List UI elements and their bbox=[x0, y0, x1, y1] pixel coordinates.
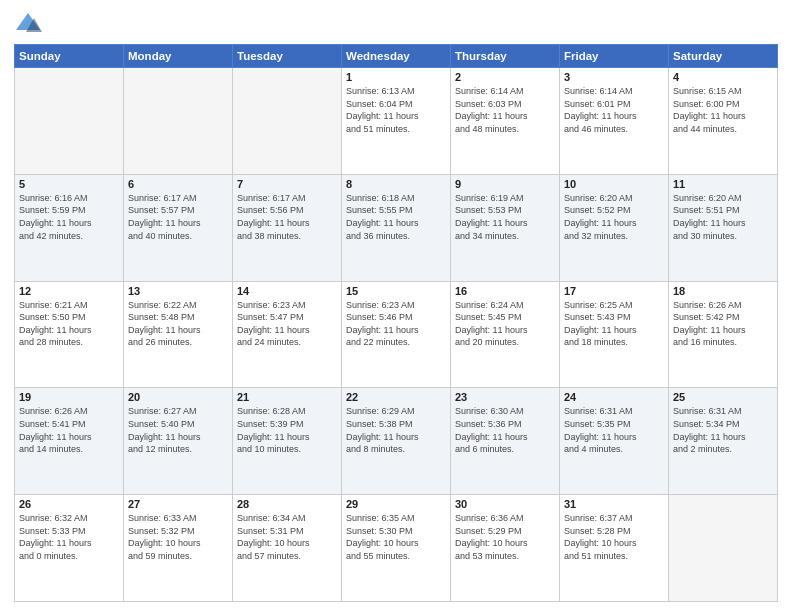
calendar-cell: 25Sunrise: 6:31 AM Sunset: 5:34 PM Dayli… bbox=[669, 388, 778, 495]
day-number: 5 bbox=[19, 178, 119, 190]
logo bbox=[14, 10, 46, 38]
calendar-cell bbox=[15, 68, 124, 175]
header bbox=[14, 10, 778, 38]
day-number: 2 bbox=[455, 71, 555, 83]
page: SundayMondayTuesdayWednesdayThursdayFrid… bbox=[0, 0, 792, 612]
day-number: 29 bbox=[346, 498, 446, 510]
calendar-cell: 4Sunrise: 6:15 AM Sunset: 6:00 PM Daylig… bbox=[669, 68, 778, 175]
calendar-cell: 23Sunrise: 6:30 AM Sunset: 5:36 PM Dayli… bbox=[451, 388, 560, 495]
calendar-cell: 19Sunrise: 6:26 AM Sunset: 5:41 PM Dayli… bbox=[15, 388, 124, 495]
weekday-header-sunday: Sunday bbox=[15, 45, 124, 68]
day-info: Sunrise: 6:13 AM Sunset: 6:04 PM Dayligh… bbox=[346, 85, 446, 135]
calendar-cell: 29Sunrise: 6:35 AM Sunset: 5:30 PM Dayli… bbox=[342, 495, 451, 602]
day-info: Sunrise: 6:17 AM Sunset: 5:56 PM Dayligh… bbox=[237, 192, 337, 242]
day-number: 23 bbox=[455, 391, 555, 403]
day-info: Sunrise: 6:22 AM Sunset: 5:48 PM Dayligh… bbox=[128, 299, 228, 349]
day-number: 13 bbox=[128, 285, 228, 297]
calendar-week-row: 1Sunrise: 6:13 AM Sunset: 6:04 PM Daylig… bbox=[15, 68, 778, 175]
day-info: Sunrise: 6:33 AM Sunset: 5:32 PM Dayligh… bbox=[128, 512, 228, 562]
calendar-cell bbox=[669, 495, 778, 602]
calendar-cell: 28Sunrise: 6:34 AM Sunset: 5:31 PM Dayli… bbox=[233, 495, 342, 602]
calendar-cell: 26Sunrise: 6:32 AM Sunset: 5:33 PM Dayli… bbox=[15, 495, 124, 602]
day-info: Sunrise: 6:15 AM Sunset: 6:00 PM Dayligh… bbox=[673, 85, 773, 135]
day-number: 3 bbox=[564, 71, 664, 83]
day-number: 12 bbox=[19, 285, 119, 297]
day-number: 9 bbox=[455, 178, 555, 190]
calendar-cell: 1Sunrise: 6:13 AM Sunset: 6:04 PM Daylig… bbox=[342, 68, 451, 175]
day-number: 7 bbox=[237, 178, 337, 190]
day-info: Sunrise: 6:27 AM Sunset: 5:40 PM Dayligh… bbox=[128, 405, 228, 455]
day-info: Sunrise: 6:32 AM Sunset: 5:33 PM Dayligh… bbox=[19, 512, 119, 562]
day-number: 27 bbox=[128, 498, 228, 510]
day-number: 28 bbox=[237, 498, 337, 510]
calendar-cell: 5Sunrise: 6:16 AM Sunset: 5:59 PM Daylig… bbox=[15, 174, 124, 281]
day-info: Sunrise: 6:14 AM Sunset: 6:03 PM Dayligh… bbox=[455, 85, 555, 135]
calendar-week-row: 12Sunrise: 6:21 AM Sunset: 5:50 PM Dayli… bbox=[15, 281, 778, 388]
calendar-cell: 13Sunrise: 6:22 AM Sunset: 5:48 PM Dayli… bbox=[124, 281, 233, 388]
calendar-cell: 24Sunrise: 6:31 AM Sunset: 5:35 PM Dayli… bbox=[560, 388, 669, 495]
day-info: Sunrise: 6:25 AM Sunset: 5:43 PM Dayligh… bbox=[564, 299, 664, 349]
calendar-week-row: 26Sunrise: 6:32 AM Sunset: 5:33 PM Dayli… bbox=[15, 495, 778, 602]
calendar-cell: 30Sunrise: 6:36 AM Sunset: 5:29 PM Dayli… bbox=[451, 495, 560, 602]
calendar-week-row: 5Sunrise: 6:16 AM Sunset: 5:59 PM Daylig… bbox=[15, 174, 778, 281]
calendar-cell: 31Sunrise: 6:37 AM Sunset: 5:28 PM Dayli… bbox=[560, 495, 669, 602]
calendar-cell: 9Sunrise: 6:19 AM Sunset: 5:53 PM Daylig… bbox=[451, 174, 560, 281]
day-info: Sunrise: 6:24 AM Sunset: 5:45 PM Dayligh… bbox=[455, 299, 555, 349]
calendar-cell: 11Sunrise: 6:20 AM Sunset: 5:51 PM Dayli… bbox=[669, 174, 778, 281]
day-number: 24 bbox=[564, 391, 664, 403]
day-number: 6 bbox=[128, 178, 228, 190]
day-number: 19 bbox=[19, 391, 119, 403]
day-info: Sunrise: 6:31 AM Sunset: 5:34 PM Dayligh… bbox=[673, 405, 773, 455]
day-number: 1 bbox=[346, 71, 446, 83]
day-number: 21 bbox=[237, 391, 337, 403]
day-info: Sunrise: 6:26 AM Sunset: 5:42 PM Dayligh… bbox=[673, 299, 773, 349]
day-number: 16 bbox=[455, 285, 555, 297]
day-info: Sunrise: 6:20 AM Sunset: 5:51 PM Dayligh… bbox=[673, 192, 773, 242]
day-info: Sunrise: 6:21 AM Sunset: 5:50 PM Dayligh… bbox=[19, 299, 119, 349]
calendar-cell: 16Sunrise: 6:24 AM Sunset: 5:45 PM Dayli… bbox=[451, 281, 560, 388]
calendar-cell: 22Sunrise: 6:29 AM Sunset: 5:38 PM Dayli… bbox=[342, 388, 451, 495]
day-number: 8 bbox=[346, 178, 446, 190]
day-info: Sunrise: 6:35 AM Sunset: 5:30 PM Dayligh… bbox=[346, 512, 446, 562]
day-info: Sunrise: 6:14 AM Sunset: 6:01 PM Dayligh… bbox=[564, 85, 664, 135]
calendar-cell: 14Sunrise: 6:23 AM Sunset: 5:47 PM Dayli… bbox=[233, 281, 342, 388]
day-number: 20 bbox=[128, 391, 228, 403]
calendar-cell: 8Sunrise: 6:18 AM Sunset: 5:55 PM Daylig… bbox=[342, 174, 451, 281]
day-number: 26 bbox=[19, 498, 119, 510]
day-info: Sunrise: 6:30 AM Sunset: 5:36 PM Dayligh… bbox=[455, 405, 555, 455]
day-number: 31 bbox=[564, 498, 664, 510]
calendar-cell: 6Sunrise: 6:17 AM Sunset: 5:57 PM Daylig… bbox=[124, 174, 233, 281]
day-info: Sunrise: 6:16 AM Sunset: 5:59 PM Dayligh… bbox=[19, 192, 119, 242]
day-number: 14 bbox=[237, 285, 337, 297]
day-number: 11 bbox=[673, 178, 773, 190]
day-info: Sunrise: 6:36 AM Sunset: 5:29 PM Dayligh… bbox=[455, 512, 555, 562]
calendar-week-row: 19Sunrise: 6:26 AM Sunset: 5:41 PM Dayli… bbox=[15, 388, 778, 495]
calendar-cell: 17Sunrise: 6:25 AM Sunset: 5:43 PM Dayli… bbox=[560, 281, 669, 388]
day-info: Sunrise: 6:23 AM Sunset: 5:46 PM Dayligh… bbox=[346, 299, 446, 349]
day-info: Sunrise: 6:18 AM Sunset: 5:55 PM Dayligh… bbox=[346, 192, 446, 242]
calendar-cell: 7Sunrise: 6:17 AM Sunset: 5:56 PM Daylig… bbox=[233, 174, 342, 281]
day-number: 25 bbox=[673, 391, 773, 403]
weekday-header-saturday: Saturday bbox=[669, 45, 778, 68]
calendar-cell: 3Sunrise: 6:14 AM Sunset: 6:01 PM Daylig… bbox=[560, 68, 669, 175]
logo-icon bbox=[14, 10, 42, 38]
calendar-header-row: SundayMondayTuesdayWednesdayThursdayFrid… bbox=[15, 45, 778, 68]
day-number: 10 bbox=[564, 178, 664, 190]
day-info: Sunrise: 6:26 AM Sunset: 5:41 PM Dayligh… bbox=[19, 405, 119, 455]
day-info: Sunrise: 6:19 AM Sunset: 5:53 PM Dayligh… bbox=[455, 192, 555, 242]
calendar-table: SundayMondayTuesdayWednesdayThursdayFrid… bbox=[14, 44, 778, 602]
day-number: 15 bbox=[346, 285, 446, 297]
calendar-cell: 10Sunrise: 6:20 AM Sunset: 5:52 PM Dayli… bbox=[560, 174, 669, 281]
weekday-header-friday: Friday bbox=[560, 45, 669, 68]
calendar-cell: 2Sunrise: 6:14 AM Sunset: 6:03 PM Daylig… bbox=[451, 68, 560, 175]
day-number: 22 bbox=[346, 391, 446, 403]
calendar-cell bbox=[233, 68, 342, 175]
day-number: 17 bbox=[564, 285, 664, 297]
day-info: Sunrise: 6:34 AM Sunset: 5:31 PM Dayligh… bbox=[237, 512, 337, 562]
calendar-cell: 27Sunrise: 6:33 AM Sunset: 5:32 PM Dayli… bbox=[124, 495, 233, 602]
calendar-cell: 18Sunrise: 6:26 AM Sunset: 5:42 PM Dayli… bbox=[669, 281, 778, 388]
day-number: 18 bbox=[673, 285, 773, 297]
day-info: Sunrise: 6:17 AM Sunset: 5:57 PM Dayligh… bbox=[128, 192, 228, 242]
day-info: Sunrise: 6:20 AM Sunset: 5:52 PM Dayligh… bbox=[564, 192, 664, 242]
day-info: Sunrise: 6:31 AM Sunset: 5:35 PM Dayligh… bbox=[564, 405, 664, 455]
